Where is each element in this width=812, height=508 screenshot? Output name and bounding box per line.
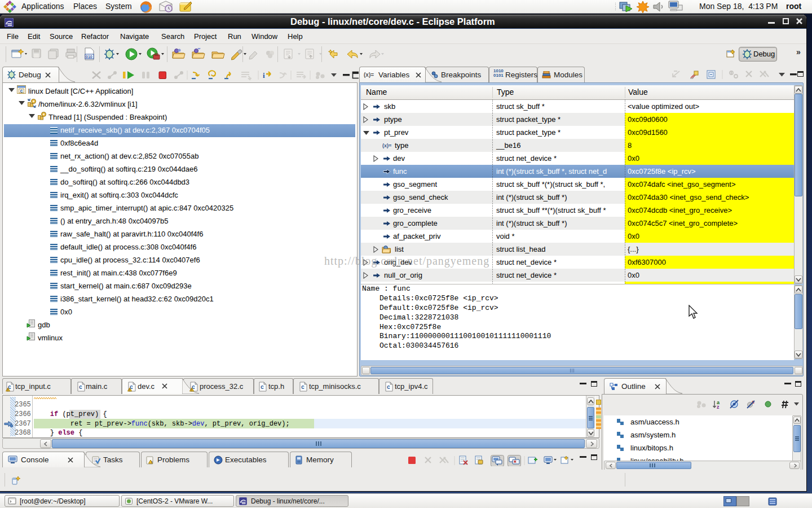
svg-text:010: 010 [86,55,92,59]
svg-text:i: i [263,71,265,80]
svg-text:c: c [20,88,23,94]
svg-text:!: ! [152,461,153,464]
svg-text:z: z [717,404,720,410]
